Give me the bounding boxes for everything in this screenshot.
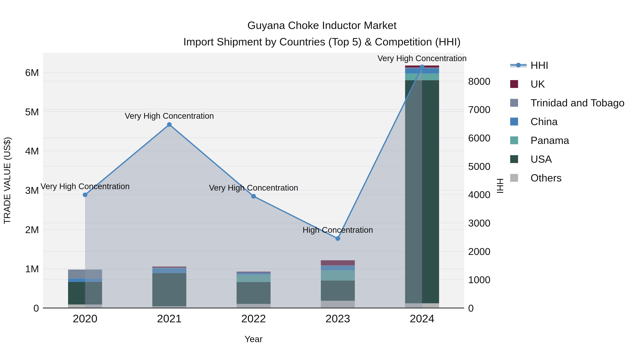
- left-tick-label: 1M: [25, 263, 39, 274]
- trinidad-and-tobago-swatch-icon: [510, 99, 518, 107]
- legend-item-others[interactable]: Others: [510, 168, 625, 187]
- y-axis-title-left: TRADE VALUE (US$): [2, 137, 12, 224]
- panama-swatch-icon: [510, 136, 518, 144]
- left-tick-label: 4M: [25, 145, 39, 157]
- left-tick-label: 2M: [25, 224, 39, 235]
- legend-label: HHI: [530, 59, 548, 71]
- x-tick-label: 2021: [157, 312, 182, 325]
- hhi-annotation-2022: Very High Concentration: [209, 183, 298, 192]
- left-tick-label: 3M: [25, 185, 39, 196]
- x-tick-label: 2024: [410, 312, 434, 325]
- right-tick-label: 2000: [468, 246, 490, 257]
- x-tick-label: 2020: [73, 312, 98, 325]
- legend-label: Others: [530, 172, 562, 184]
- figure: 01M2M3M4M5M6M010002000300040005000600070…: [0, 0, 644, 362]
- chart-title: Guyana Choke Inductor Market Import Ship…: [0, 17, 644, 50]
- right-tick-label: 4000: [468, 189, 490, 200]
- hhi-point-2024[interactable]: [420, 64, 424, 69]
- right-tick-label: 6000: [468, 132, 490, 144]
- left-tick-label: 5M: [25, 106, 39, 117]
- hhi-annotation-2021: Very High Concentration: [125, 111, 214, 120]
- chart-title-line2: Import Shipment by Countries (Top 5) & C…: [0, 34, 644, 50]
- hhi-point-2021[interactable]: [167, 122, 172, 127]
- hhi-point-2020[interactable]: [83, 193, 88, 197]
- x-tick-label: 2022: [241, 312, 266, 325]
- hhi-annotation-2024: Very High Concentration: [378, 54, 467, 63]
- legend: HHI UK Trinidad and Tobago China Panama …: [510, 56, 625, 187]
- right-tick-label: 3000: [468, 217, 490, 229]
- y-axis-title-right: HHI: [495, 178, 505, 194]
- legend-item-hhi[interactable]: HHI: [510, 56, 625, 74]
- legend-item-panama[interactable]: Panama: [510, 131, 625, 150]
- right-tick-label: 8000: [468, 76, 490, 87]
- uk-swatch-icon: [510, 80, 518, 88]
- legend-label: Panama: [530, 134, 569, 146]
- left-tick-label: 0: [34, 303, 39, 314]
- hhi-annotation-2020: Very High Concentration: [40, 182, 130, 191]
- right-tick-label: 1000: [468, 274, 490, 285]
- chart-title-line1: Guyana Choke Inductor Market: [0, 17, 644, 34]
- usa-swatch-icon: [510, 155, 518, 163]
- x-axis-title: Year: [43, 334, 464, 344]
- hhi-line-icon: [510, 61, 527, 69]
- x-tick-label: 2023: [326, 312, 350, 325]
- legend-item-usa[interactable]: USA: [510, 150, 625, 168]
- legend-label: Trinidad and Tobago: [530, 97, 625, 109]
- hhi-point-2023[interactable]: [336, 236, 340, 241]
- right-tick-label: 0: [468, 303, 474, 314]
- legend-item-uk[interactable]: UK: [510, 74, 625, 93]
- others-swatch-icon: [510, 174, 518, 182]
- legend-item-trinidad-and-tobago[interactable]: Trinidad and Tobago: [510, 93, 625, 112]
- hhi-annotation-2023: High Concentration: [303, 225, 373, 235]
- left-tick-label: 6M: [25, 67, 39, 78]
- legend-label: USA: [530, 153, 552, 165]
- china-swatch-icon: [510, 118, 518, 125]
- right-tick-label: 5000: [468, 161, 490, 172]
- hhi-point-2022[interactable]: [251, 194, 256, 199]
- legend-item-china[interactable]: China: [510, 112, 625, 131]
- legend-label: UK: [530, 78, 545, 90]
- legend-label: China: [530, 115, 558, 127]
- right-tick-label: 7000: [468, 104, 490, 115]
